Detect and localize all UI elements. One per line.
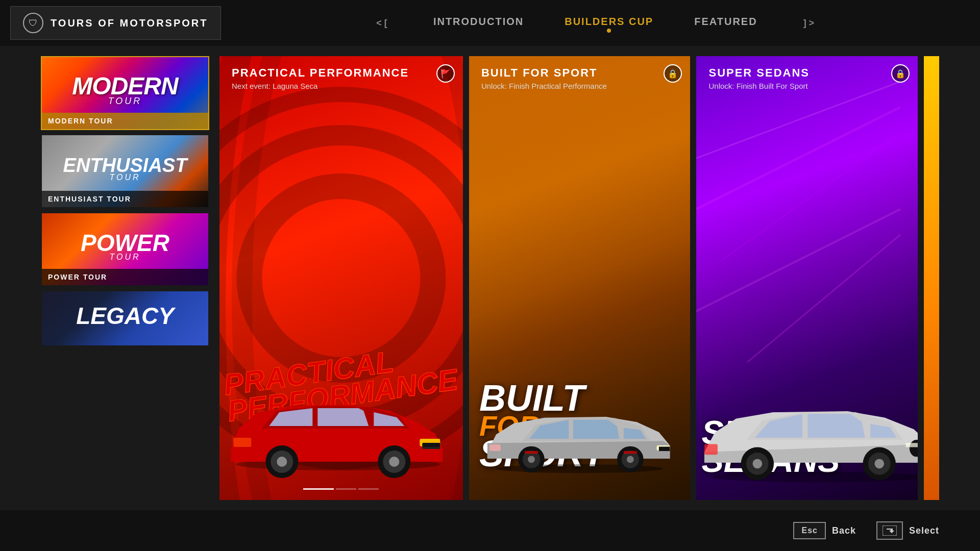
nav: < [ INTRODUCTION BUILDERS CUP FEATURED ]… bbox=[221, 0, 970, 46]
header: 🛡 TOURS OF MOTORSPORT < [ INTRODUCTION B… bbox=[0, 0, 980, 46]
flag-icon: 🚩 bbox=[436, 64, 455, 83]
esc-key: Esc bbox=[793, 522, 825, 539]
svg-rect-31 bbox=[704, 444, 718, 455]
nav-item-introduction[interactable]: INTRODUCTION bbox=[433, 16, 524, 31]
scroll-dot-1 bbox=[303, 488, 334, 490]
enthusiast-tour-subtitle: TOUR bbox=[63, 174, 187, 181]
tour-sidebar: MODERNTOUR MODERN TOUR ENTHUSIASTTOUR EN… bbox=[41, 56, 209, 500]
partial-card-bg bbox=[924, 56, 939, 500]
tour-item-power[interactable]: POWERTOUR POWER TOUR bbox=[41, 212, 209, 286]
ss-subtitle: Unlock: Finish Built For Sport bbox=[708, 82, 892, 90]
tour-item-enthusiast[interactable]: ENTHUSIASTTOUR ENTHUSIAST TOUR bbox=[41, 134, 209, 208]
enter-key bbox=[876, 521, 903, 540]
svg-rect-5 bbox=[233, 438, 251, 447]
svg-rect-16 bbox=[489, 444, 501, 451]
svg-rect-13 bbox=[422, 447, 440, 449]
logo-text: TOURS OF MOTORSPORT bbox=[51, 17, 208, 29]
enthusiast-tour-title: ENTHUSIASTTOUR bbox=[63, 156, 187, 181]
svg-point-0 bbox=[249, 186, 433, 370]
main-content: MODERNTOUR MODERN TOUR ENTHUSIASTTOUR EN… bbox=[0, 46, 980, 510]
svg-line-23 bbox=[696, 82, 900, 158]
enthusiast-tour-label: ENTHUSIAST TOUR bbox=[42, 191, 208, 207]
svg-point-34 bbox=[753, 459, 763, 468]
select-button[interactable]: Select bbox=[876, 521, 939, 540]
practical-scroll-indicator bbox=[303, 488, 379, 490]
ss-title: SUPER SEDANS bbox=[708, 66, 892, 80]
logo-icon: 🛡 bbox=[23, 13, 43, 33]
svg-rect-12 bbox=[422, 443, 440, 447]
svg-point-22 bbox=[627, 456, 634, 463]
series-card-partial bbox=[924, 56, 939, 500]
scroll-dot-2 bbox=[336, 488, 356, 490]
nav-items: INTRODUCTION BUILDERS CUP FEATURED bbox=[433, 16, 757, 31]
svg-point-8 bbox=[277, 457, 287, 467]
svg-point-11 bbox=[389, 457, 399, 467]
select-label: Select bbox=[909, 525, 939, 536]
modern-tour-title: MODERNTOUR bbox=[72, 75, 178, 105]
ss-car-svg bbox=[696, 388, 918, 490]
practical-info: PRACTICAL PERFORMANCE Next event: Laguna… bbox=[232, 66, 437, 90]
enter-key-icon bbox=[883, 525, 897, 536]
svg-line-24 bbox=[696, 107, 900, 209]
practical-title: PRACTICAL PERFORMANCE bbox=[232, 66, 437, 80]
power-tour-title: POWERTOUR bbox=[81, 232, 169, 261]
series-card-super-sedans[interactable]: SUPER SEDANS Unlock: Finish Built For Sp… bbox=[696, 56, 918, 500]
svg-line-27 bbox=[747, 235, 900, 362]
power-tour-subtitle: TOUR bbox=[81, 253, 169, 260]
svg-point-19 bbox=[528, 456, 535, 463]
bfs-info: BUILT FOR SPORT Unlock: Finish Practical… bbox=[481, 66, 665, 90]
practical-car-svg bbox=[219, 383, 463, 485]
modern-tour-subtitle: TOUR bbox=[72, 97, 178, 105]
practical-subtitle: Next event: Laguna Seca bbox=[232, 82, 437, 90]
tour-item-legacy[interactable]: LEGACY bbox=[41, 290, 209, 346]
bfs-car-svg bbox=[474, 393, 685, 485]
nav-left-arrow[interactable]: < [ bbox=[371, 18, 393, 29]
series-card-practical-performance[interactable]: PRACTICAL PERFORMANCE Next event: Laguna… bbox=[219, 56, 463, 500]
svg-point-37 bbox=[875, 459, 885, 468]
ss-info: SUPER SEDANS Unlock: Finish Built For Sp… bbox=[708, 66, 892, 90]
scroll-dot-3 bbox=[358, 488, 379, 490]
nav-item-featured[interactable]: FEATURED bbox=[694, 16, 757, 31]
logo-area: 🛡 TOURS OF MOTORSPORT bbox=[10, 6, 221, 40]
legacy-tour-title: LEGACY bbox=[76, 302, 174, 330]
power-tour-label: POWER TOUR bbox=[42, 269, 208, 285]
bfs-title: BUILT FOR SPORT bbox=[481, 66, 665, 80]
ss-lock-icon: 🔒 bbox=[891, 64, 910, 83]
back-label: Back bbox=[832, 525, 856, 536]
bottom-bar: Esc Back Select bbox=[0, 510, 980, 551]
nav-item-builders-cup[interactable]: BUILDERS CUP bbox=[565, 16, 653, 31]
bfs-subtitle: Unlock: Finish Practical Performance bbox=[481, 82, 665, 90]
series-card-built-for-sport[interactable]: BUILT FOR SPORT Unlock: Finish Practical… bbox=[469, 56, 691, 500]
series-content-area: PRACTICAL PERFORMANCE Next event: Laguna… bbox=[219, 56, 939, 500]
nav-right-arrow[interactable]: ] > bbox=[798, 18, 820, 29]
back-button[interactable]: Esc Back bbox=[793, 522, 856, 539]
tour-item-modern[interactable]: MODERNTOUR MODERN TOUR bbox=[41, 56, 209, 130]
modern-tour-label: MODERN TOUR bbox=[42, 113, 208, 129]
